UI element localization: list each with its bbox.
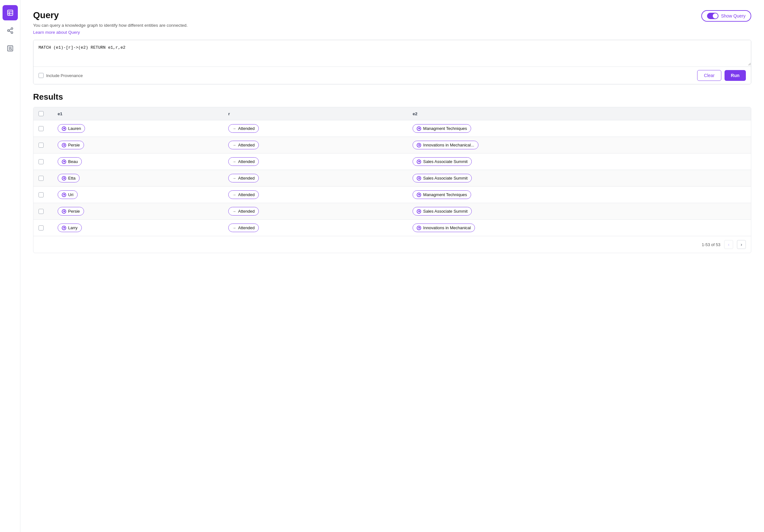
entity-dot-e2 bbox=[417, 126, 421, 131]
relation-chip[interactable]: →Attended bbox=[228, 207, 259, 216]
row-checkbox[interactable] bbox=[39, 159, 44, 164]
entity-label-e2: Sales Associate Summit bbox=[423, 159, 467, 164]
entity-label-e2: Managment Techniques bbox=[423, 192, 467, 197]
header-row: Query You can query a knowledge graph to… bbox=[33, 10, 751, 35]
query-actions: Clear Run bbox=[697, 70, 746, 81]
entity-label-e1: Uri bbox=[68, 192, 74, 197]
entity-chip-e1[interactable]: Uri bbox=[58, 190, 78, 199]
table-row: Etta→AttendedSales Associate Summit bbox=[33, 170, 751, 187]
relation-chip[interactable]: →Attended bbox=[228, 124, 259, 133]
entity-chip-e1[interactable]: Lauren bbox=[58, 124, 85, 133]
table-row: Larry→AttendedInnovations in Mechanical bbox=[33, 220, 751, 236]
cell-e1: Beau bbox=[53, 153, 223, 170]
entity-label-e2: Managment Techniques bbox=[423, 126, 467, 131]
cell-r: →Attended bbox=[223, 153, 408, 170]
learn-more-link[interactable]: Learn more about Query bbox=[33, 30, 80, 35]
sidebar-item-edit[interactable] bbox=[3, 41, 18, 56]
row-checkbox-cell bbox=[33, 153, 53, 170]
provenance-checkbox[interactable] bbox=[39, 73, 44, 78]
cell-e2: Innovations in Mechanical... bbox=[408, 137, 751, 153]
arrow-icon: → bbox=[232, 226, 236, 230]
page-title: Query bbox=[33, 10, 188, 20]
row-checkbox[interactable] bbox=[39, 176, 44, 181]
entity-dot-e2 bbox=[417, 226, 421, 230]
svg-rect-0 bbox=[7, 10, 13, 16]
provenance-label[interactable]: Include Provenance bbox=[39, 73, 83, 78]
query-textarea[interactable]: MATCH (e1)-[r]->(e2) RETURN e1,r,e2 bbox=[33, 40, 751, 66]
arrow-icon: → bbox=[232, 193, 236, 197]
entity-label-e2: Sales Associate Summit bbox=[423, 209, 467, 214]
table-row: Beau→AttendedSales Associate Summit bbox=[33, 153, 751, 170]
query-box: MATCH (e1)-[r]->(e2) RETURN e1,r,e2 Incl… bbox=[33, 40, 751, 85]
entity-chip-e1[interactable]: Larry bbox=[58, 224, 82, 232]
page-description: You can query a knowledge graph to ident… bbox=[33, 23, 188, 28]
entity-chip-e2[interactable]: Sales Associate Summit bbox=[413, 207, 472, 216]
entity-chip-e2[interactable]: Managment Techniques bbox=[413, 124, 471, 133]
select-all-checkbox[interactable] bbox=[39, 111, 44, 116]
cell-r: →Attended bbox=[223, 170, 408, 187]
entity-chip-e1[interactable]: Persie bbox=[58, 207, 84, 216]
cell-e1: Uri bbox=[53, 187, 223, 203]
clear-button[interactable]: Clear bbox=[697, 70, 721, 81]
cell-r: →Attended bbox=[223, 220, 408, 236]
cell-e2: Sales Associate Summit bbox=[408, 153, 751, 170]
cell-e2: Innovations in Mechanical bbox=[408, 220, 751, 236]
pagination-prev-button[interactable]: ‹ bbox=[724, 240, 733, 249]
cell-e1: Persie bbox=[53, 137, 223, 153]
cell-e1: Lauren bbox=[53, 120, 223, 137]
results-title: Results bbox=[33, 92, 751, 102]
entity-chip-e2[interactable]: Innovations in Mechanical bbox=[413, 224, 475, 232]
entity-chip-e1[interactable]: Etta bbox=[58, 174, 80, 182]
relation-label: Attended bbox=[238, 225, 255, 230]
svg-point-4 bbox=[11, 28, 13, 30]
pagination-next-button[interactable]: › bbox=[737, 240, 746, 249]
relation-chip[interactable]: →Attended bbox=[228, 224, 259, 232]
table-row: Uri→AttendedManagment Techniques bbox=[33, 187, 751, 203]
table-row: Persie→AttendedInnovations in Mechanical… bbox=[33, 137, 751, 153]
cell-e1: Etta bbox=[53, 170, 223, 187]
show-query-toggle[interactable]: Show Query bbox=[701, 10, 751, 22]
entity-label-e1: Lauren bbox=[68, 126, 81, 131]
entity-chip-e1[interactable]: Beau bbox=[58, 157, 82, 166]
results-table: e1 r e2 Lauren→AttendedManagment Techniq… bbox=[33, 107, 751, 236]
row-checkbox-cell bbox=[33, 170, 53, 187]
entity-chip-e1[interactable]: Persie bbox=[58, 141, 84, 149]
entity-chip-e2[interactable]: Innovations in Mechanical... bbox=[413, 141, 478, 149]
sidebar-item-share[interactable] bbox=[3, 23, 18, 38]
row-checkbox[interactable] bbox=[39, 192, 44, 197]
svg-point-5 bbox=[7, 30, 9, 32]
row-checkbox[interactable] bbox=[39, 143, 44, 148]
entity-chip-e2[interactable]: Sales Associate Summit bbox=[413, 157, 472, 166]
cell-e1: Persie bbox=[53, 203, 223, 220]
relation-chip[interactable]: →Attended bbox=[228, 174, 259, 182]
table-body: Lauren→AttendedManagment TechniquesPersi… bbox=[33, 120, 751, 236]
svg-line-7 bbox=[9, 31, 11, 32]
entity-label-e1: Etta bbox=[68, 176, 76, 181]
entity-label-e1: Larry bbox=[68, 225, 78, 230]
run-button[interactable]: Run bbox=[724, 70, 746, 81]
relation-chip[interactable]: →Attended bbox=[228, 190, 259, 199]
entity-label-e1: Persie bbox=[68, 209, 80, 214]
header-e1: e1 bbox=[53, 107, 223, 120]
relation-chip[interactable]: →Attended bbox=[228, 141, 259, 149]
entity-chip-e2[interactable]: Managment Techniques bbox=[413, 190, 471, 199]
cell-e2: Sales Associate Summit bbox=[408, 203, 751, 220]
sidebar-item-table[interactable] bbox=[3, 5, 18, 20]
row-checkbox[interactable] bbox=[39, 209, 44, 214]
app-layout: Query You can query a knowledge graph to… bbox=[0, 0, 764, 532]
relation-chip[interactable]: →Attended bbox=[228, 157, 259, 166]
entity-chip-e2[interactable]: Sales Associate Summit bbox=[413, 174, 472, 182]
entity-label-e2: Innovations in Mechanical bbox=[423, 225, 471, 230]
toggle-switch bbox=[707, 13, 718, 19]
relation-label: Attended bbox=[238, 209, 255, 214]
entity-dot-e2 bbox=[417, 159, 421, 164]
relation-label: Attended bbox=[238, 176, 255, 181]
arrow-icon: → bbox=[232, 126, 236, 131]
relation-label: Attended bbox=[238, 159, 255, 164]
row-checkbox[interactable] bbox=[39, 225, 44, 231]
row-checkbox[interactable] bbox=[39, 126, 44, 131]
entity-label-e2: Sales Associate Summit bbox=[423, 176, 467, 181]
arrow-icon: → bbox=[232, 209, 236, 214]
query-footer: Include Provenance Clear Run bbox=[33, 67, 751, 84]
svg-line-8 bbox=[9, 29, 11, 30]
